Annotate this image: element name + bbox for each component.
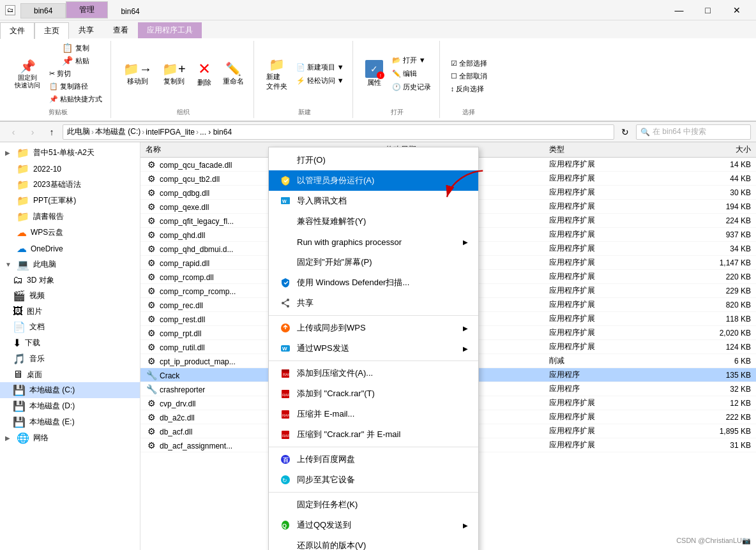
- ctx-pin-taskbar[interactable]: 固定到任务栏(K): [269, 494, 478, 515]
- sidebar-item-downloads[interactable]: ⬇ 下载: [0, 335, 140, 351]
- ctx-compress-crack-email[interactable]: RAR 压缩到 "Crack.rar" 并 E-mail: [269, 424, 478, 445]
- address-path[interactable]: 此电脑 › 本地磁盘 (C:) › intelFPGA_lite › ... ›…: [63, 124, 614, 140]
- sidebar-item-ppt[interactable]: 📁 PPT(王軍林): [0, 193, 140, 209]
- delete-button[interactable]: ✕ 删除: [192, 56, 217, 92]
- sidebar-label: 下载: [25, 338, 40, 348]
- search-box[interactable]: 🔍 在 bin64 中搜索: [636, 124, 751, 140]
- copy-to-button[interactable]: 📁+ 复制到: [158, 56, 190, 92]
- paste-shortcut-button[interactable]: 📌 粘贴快捷方式: [46, 93, 105, 105]
- history-button[interactable]: 🕐 历史记录: [389, 81, 434, 93]
- ctx-separator: [269, 447, 478, 447]
- sidebar-item-drive-c[interactable]: 💾 本地磁盘 (C:): [0, 382, 140, 398]
- sidebar-item-onedrive[interactable]: ☁ OneDrive: [0, 241, 140, 256]
- cut-button[interactable]: ✂ 剪切: [46, 68, 105, 80]
- back-button[interactable]: ‹: [5, 124, 22, 140]
- ctx-add-crack-rar[interactable]: RAR 添加到 "Crack.rar"(T): [269, 383, 478, 404]
- move-to-button[interactable]: 📁→ 移动到: [119, 56, 156, 92]
- header-type[interactable]: 类型: [544, 144, 669, 155]
- ctx-qq-send[interactable]: Q 通过QQ发送到 ▶: [269, 515, 478, 535]
- open-label: 打开: [391, 105, 404, 117]
- window-controls: — □ ✕: [665, 0, 751, 20]
- up-button[interactable]: ↑: [43, 124, 60, 140]
- ctx-restore-label: 还原以前的版本(V): [297, 540, 366, 550]
- open-button[interactable]: 📂 打开 ▼: [389, 54, 434, 66]
- minimize-button[interactable]: —: [665, 0, 693, 20]
- ctx-wps-upload[interactable]: 上传或同步到WPS ▶: [269, 318, 478, 338]
- baidu-icon: 百: [279, 453, 292, 466]
- archive-crack-icon: RAR: [279, 387, 292, 400]
- sidebar-item-wps-cloud[interactable]: ☁ WPS云盘: [0, 225, 140, 241]
- ctx-share[interactable]: 共享: [269, 293, 478, 313]
- ctx-pin-start[interactable]: 固定到"开始"屏幕(P): [269, 252, 478, 272]
- sidebar-item-2022[interactable]: 📁 2022-10: [0, 161, 140, 177]
- tab-share[interactable]: 共享: [69, 22, 103, 38]
- sidebar-item-music[interactable]: 🎵 音乐: [0, 351, 140, 367]
- tab-manage[interactable]: 管理: [66, 1, 108, 19]
- ctx-wps-send[interactable]: W 通过WPS发送 ▶: [269, 338, 478, 359]
- sidebar-item-this-pc[interactable]: ▼ 💻 此电脑: [0, 256, 140, 272]
- sidebar-item-3d[interactable]: 🗂 3D 对象: [0, 272, 140, 288]
- path-intelifpga: intelFPGA_lite: [146, 128, 195, 137]
- ctx-compress-email[interactable]: RAR 压缩并 E-mail...: [269, 404, 478, 424]
- header-size[interactable]: 大小: [669, 144, 756, 155]
- ribbon-group-clipboard: 📌 固定到快速访问 📋 复制 📌 粘贴 ✂ 剪切 📋 复制路径: [5, 41, 111, 118]
- copy-path-button[interactable]: 📋 复制路径: [46, 80, 105, 93]
- sidebar-item-pictures[interactable]: 🖼 图片: [0, 304, 140, 319]
- annotation-arrow: [441, 166, 492, 204]
- expand-icon: ▶: [5, 149, 13, 156]
- refresh-button[interactable]: ↻: [617, 124, 633, 140]
- ctx-baidu-upload[interactable]: 百 上传到百度网盘: [269, 449, 478, 470]
- forward-button[interactable]: ›: [24, 124, 41, 140]
- ctx-compat[interactable]: 兼容性疑难解答(Y): [269, 211, 478, 232]
- sidebar-item-drive-d[interactable]: 💾 本地磁盘 (D:): [0, 398, 140, 414]
- new-item-button[interactable]: 📄 新建项目 ▼: [293, 61, 347, 73]
- sidebar-label: OneDrive: [31, 244, 63, 253]
- sidebar-item-2023[interactable]: 📁 2023基础语法: [0, 177, 140, 193]
- sidebar-item-desktop[interactable]: 🖥 桌面: [0, 367, 140, 382]
- sidebar-item-network[interactable]: ▶ 🌐 网络: [0, 430, 140, 446]
- submenu-arrow: ▶: [463, 239, 468, 246]
- tab-view[interactable]: 查看: [103, 22, 138, 38]
- paste-icon: 📌: [62, 56, 73, 66]
- svg-line-5: [283, 300, 288, 303]
- ctx-gpu[interactable]: Run with graphics processor ▶: [269, 232, 478, 252]
- ctx-defender[interactable]: 使用 Windows Defender扫描...: [269, 272, 478, 293]
- ctx-sync-devices[interactable]: ↻ 同步至其它设备: [269, 470, 478, 490]
- csdn-watermark: CSDN @ChristianLU📷: [676, 537, 751, 545]
- edit-button[interactable]: ✏️ 编辑: [389, 68, 434, 80]
- properties-button[interactable]: ✓ ! 属性: [361, 56, 388, 92]
- sidebar-item-folder1[interactable]: ▶ 📁 普中51-单核-A2天: [0, 145, 140, 161]
- wps-upload-icon: [279, 322, 292, 334]
- ctx-add-archive[interactable]: RAR 添加到压缩文件(A)...: [269, 363, 478, 383]
- rename-button[interactable]: ✏️ 重命名: [218, 56, 248, 92]
- exe-icon: 🔧: [146, 383, 157, 395]
- close-button[interactable]: ✕: [722, 0, 751, 20]
- select-all-button[interactable]: ☑ 全部选择: [448, 57, 490, 70]
- tab-inactive[interactable]: bin64: [20, 3, 66, 19]
- select-none-button[interactable]: ☐ 全部取消: [448, 70, 490, 82]
- tab-home[interactable]: 主页: [34, 22, 69, 39]
- dll-icon: ⚙: [146, 412, 157, 423]
- pin-to-quick-access-button[interactable]: 📌 固定到快速访问: [10, 56, 45, 92]
- invert-selection-button[interactable]: ↕ 反向选择: [448, 83, 490, 95]
- easy-access-button[interactable]: ⚡ 轻松访问 ▼: [293, 75, 347, 87]
- ctx-compat-label: 兼容性疑难解答(Y): [297, 216, 366, 227]
- tab-file[interactable]: 文件: [0, 22, 34, 39]
- ctx-restore-prev[interactable]: 还原以前的版本(V): [269, 535, 478, 550]
- tab-app-tools[interactable]: 应用程序工具: [138, 22, 202, 38]
- sidebar-item-report[interactable]: 📁 讀書報告: [0, 209, 140, 225]
- dll-icon: ⚙: [146, 257, 157, 269]
- sidebar-item-documents[interactable]: 📄 文档: [0, 319, 140, 335]
- svg-text:百: 百: [283, 457, 289, 463]
- context-menu: 打开(O) 以管理员身份运行(A) W 导入腾讯文档 兼容性疑难解答(Y) Ru…: [268, 147, 479, 550]
- expand-icon: ▼: [5, 261, 13, 268]
- ctx-pin-taskbar-label: 固定到任务栏(K): [297, 499, 358, 510]
- computer-icon: 💻: [17, 258, 29, 271]
- maximize-button[interactable]: □: [693, 0, 722, 20]
- paste-button[interactable]: 📌 粘贴: [46, 55, 105, 66]
- sidebar-item-drive-e[interactable]: 💾 本地磁盘 (E:): [0, 414, 140, 430]
- submenu-arrow: ▶: [463, 345, 468, 352]
- new-folder-button[interactable]: 📁 新建文件夹: [262, 56, 292, 92]
- sidebar-item-video[interactable]: 🎬 视频: [0, 288, 140, 304]
- copy-button[interactable]: 📋 复制: [46, 42, 105, 54]
